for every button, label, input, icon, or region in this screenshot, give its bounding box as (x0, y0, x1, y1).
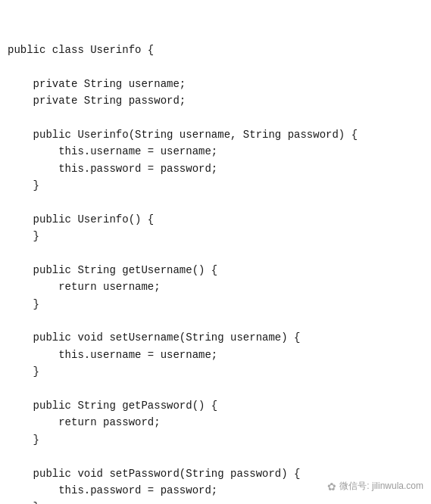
code-content: public class Userinfo { private String u… (8, 42, 423, 504)
watermark-icon: ✿ (327, 478, 336, 495)
watermark: ✿ 微信号: jilinwula.com (327, 478, 423, 495)
code-block: public class Userinfo { private String u… (0, 0, 431, 504)
watermark-text: 微信号: jilinwula.com (339, 479, 423, 493)
